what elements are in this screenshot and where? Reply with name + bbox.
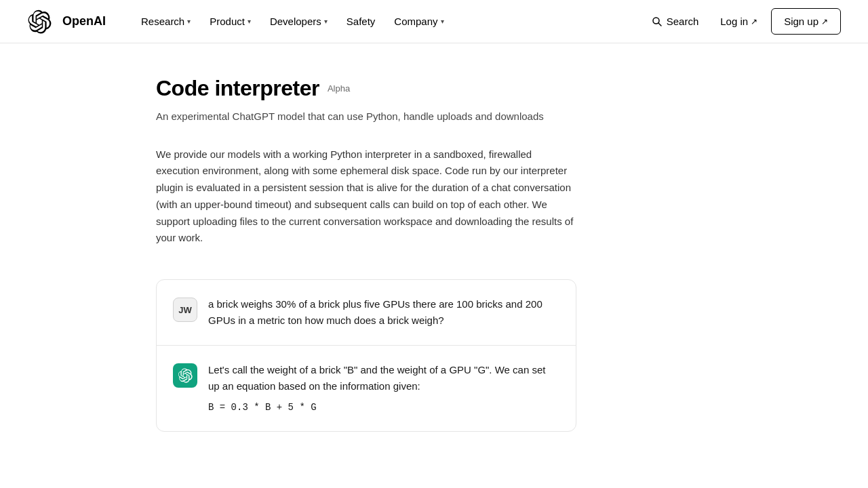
- external-link-icon: ↗: [751, 17, 757, 26]
- alpha-badge: Alpha: [328, 83, 350, 94]
- openai-logo-icon: [27, 9, 52, 34]
- logo-link[interactable]: OpenAI: [27, 9, 106, 34]
- chevron-down-icon: ▾: [324, 18, 328, 25]
- chevron-down-icon: ▾: [187, 18, 191, 25]
- ai-equation: B = 0.3 * B + 5 * G: [208, 400, 559, 415]
- user-message-text: a brick weighs 30% of a brick plus five …: [208, 296, 559, 329]
- ai-avatar: [173, 363, 197, 388]
- nav-item-safety[interactable]: Safety: [338, 10, 384, 33]
- external-link-icon: ↗: [821, 17, 828, 26]
- openai-avatar-icon: [178, 368, 193, 383]
- svg-line-1: [658, 23, 661, 26]
- nav-item-research[interactable]: Research ▾: [133, 10, 199, 33]
- user-message: JW a brick weighs 30% of a brick plus fi…: [157, 280, 576, 345]
- navbar: OpenAI Research ▾ Product ▾ Developers ▾…: [0, 0, 868, 43]
- ai-message: Let's call the weight of a brick "B" and…: [157, 345, 576, 431]
- signup-button[interactable]: Sign up ↗: [771, 8, 841, 35]
- nav-item-product[interactable]: Product ▾: [201, 10, 259, 33]
- title-row: Code interpreter Alpha: [156, 76, 712, 101]
- nav-right: Search Log in ↗ Sign up ↗: [644, 8, 841, 35]
- page-subtitle: An experimental ChatGPT model that can u…: [156, 109, 712, 125]
- chat-container: JW a brick weighs 30% of a brick plus fi…: [156, 279, 576, 432]
- page-title: Code interpreter: [156, 76, 319, 101]
- ai-message-text: Let's call the weight of a brick "B" and…: [208, 362, 559, 415]
- logo-text: OpenAI: [62, 14, 106, 28]
- nav-item-company[interactable]: Company ▾: [386, 10, 452, 33]
- page-header: Code interpreter Alpha An experimental C…: [156, 76, 712, 125]
- main-content: Code interpreter Alpha An experimental C…: [129, 43, 739, 459]
- login-button[interactable]: Log in ↗: [712, 10, 766, 33]
- user-avatar: JW: [173, 298, 197, 322]
- chevron-down-icon: ▾: [248, 18, 251, 25]
- chevron-down-icon: ▾: [441, 18, 444, 25]
- nav-links: Research ▾ Product ▾ Developers ▾ Safety…: [133, 10, 644, 33]
- search-button[interactable]: Search: [644, 10, 707, 33]
- nav-item-developers[interactable]: Developers ▾: [262, 10, 336, 33]
- search-icon: [652, 16, 663, 27]
- page-description: We provide our models with a working Pyt…: [156, 146, 576, 247]
